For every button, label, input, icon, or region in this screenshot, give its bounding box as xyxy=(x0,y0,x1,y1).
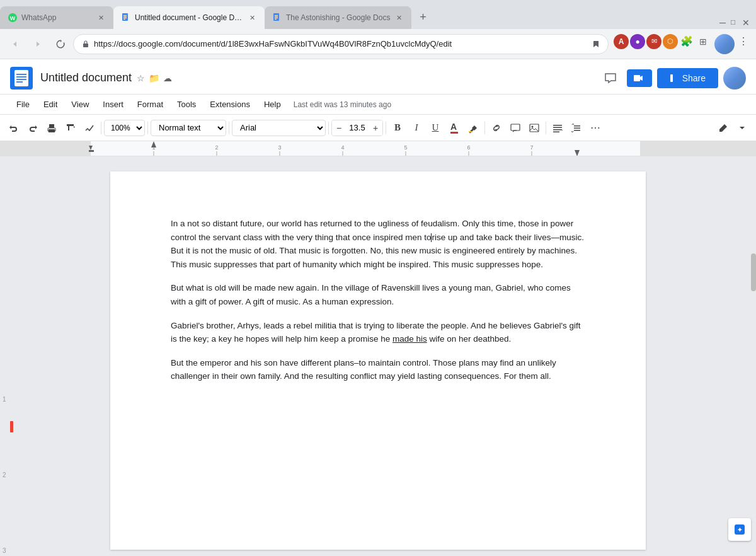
font-size-input[interactable] xyxy=(346,120,369,136)
style-select[interactable]: Normal text Heading 1 Heading 2 Heading … xyxy=(151,120,226,136)
ai-assist-button[interactable]: ✦ xyxy=(728,518,751,541)
underline-button[interactable]: U xyxy=(427,119,444,137)
docs-header: Untitled document ☆ 📁 ☁ xyxy=(0,59,756,95)
paragraph-3[interactable]: Gabriel's brother, Arhys, leads a rebel … xyxy=(171,319,585,346)
svg-rect-28 xyxy=(553,129,562,130)
ext-icon-3[interactable]: ✉ xyxy=(646,34,662,49)
window-minimize[interactable]: ─ xyxy=(719,18,728,26)
menu-tools[interactable]: Tools xyxy=(171,97,202,112)
svg-text:W: W xyxy=(10,15,16,21)
undo-button[interactable] xyxy=(5,119,23,137)
tab-doc-close[interactable]: ✕ xyxy=(247,13,257,23)
ext-grid-icon[interactable]: ⊞ xyxy=(696,34,711,49)
paragraph-1[interactable]: In a not so distant future, our world ha… xyxy=(171,217,585,271)
forward-button[interactable] xyxy=(28,34,48,54)
tab-whatsapp[interactable]: W WhatsApp ✕ xyxy=(0,6,113,29)
font-select[interactable]: Arial Times New Roman Courier New xyxy=(232,120,326,136)
redo-button[interactable] xyxy=(24,119,42,137)
ruler: 1 2 3 4 5 6 7 xyxy=(0,141,756,156)
image-button[interactable] xyxy=(525,119,543,137)
ext-puzzle-icon[interactable]: 🧩 xyxy=(679,34,694,49)
alignment-button[interactable] xyxy=(549,119,566,137)
margin-marker xyxy=(10,421,13,432)
svg-rect-32 xyxy=(574,130,580,131)
svg-rect-3 xyxy=(123,15,127,16)
menu-insert[interactable]: Insert xyxy=(96,97,130,112)
tab-astonishing-close[interactable]: ✕ xyxy=(394,13,404,23)
svg-rect-30 xyxy=(574,125,580,127)
menu-file[interactable]: File xyxy=(10,97,36,112)
svg-rect-52 xyxy=(89,150,94,152)
cloud-icon[interactable]: ☁ xyxy=(163,73,172,83)
back-button[interactable] xyxy=(5,34,25,54)
new-tab-button[interactable]: + xyxy=(414,8,432,26)
format-toolbar: 100% 75% 125% 150% Normal text Heading 1… xyxy=(0,115,756,141)
edit-mode-button[interactable] xyxy=(714,119,732,137)
line-spacing-button[interactable] xyxy=(568,119,585,137)
line-numbers: 1 2 3 4 5 xyxy=(0,156,15,556)
menu-help[interactable]: Help xyxy=(258,97,287,112)
spell-check-button[interactable] xyxy=(81,119,98,137)
address-bar[interactable]: https://docs.google.com/document/d/1l8E3… xyxy=(73,34,609,54)
comment-button[interactable] xyxy=(507,119,524,137)
tab-whatsapp-title: WhatsApp xyxy=(21,13,92,22)
browser-menu[interactable]: ⋮ xyxy=(736,34,751,49)
svg-rect-22 xyxy=(469,131,472,132)
share-button[interactable]: Share xyxy=(657,68,718,88)
link-button[interactable] xyxy=(488,119,505,137)
doc-title-text[interactable]: Untitled document xyxy=(40,71,132,84)
profile-avatar[interactable] xyxy=(714,34,735,54)
ext-icon-2[interactable]: ● xyxy=(630,34,645,49)
text-color-button[interactable]: A xyxy=(445,119,463,137)
paragraph-3-underlined: made his xyxy=(392,334,427,344)
svg-rect-17 xyxy=(16,81,23,83)
window-maximize[interactable]: □ xyxy=(731,18,740,26)
font-size-decrease[interactable]: − xyxy=(332,120,346,136)
highlight-button[interactable] xyxy=(464,119,482,137)
toolbar-sep-4 xyxy=(328,122,329,134)
bookmark-icon[interactable] xyxy=(592,40,600,49)
svg-rect-13 xyxy=(14,70,28,86)
svg-rect-11 xyxy=(275,19,277,20)
paragraph-3-text-after: wife on her deathbed. xyxy=(427,334,512,344)
meet-button[interactable] xyxy=(627,69,652,87)
italic-button[interactable]: I xyxy=(408,119,425,137)
svg-text:7: 7 xyxy=(530,144,533,151)
font-size-increase[interactable]: + xyxy=(369,120,382,136)
tab-astonishing[interactable]: The Astonishing - Google Docs ✕ xyxy=(265,6,411,29)
ext-icon-4[interactable]: ⬡ xyxy=(663,34,678,49)
svg-point-25 xyxy=(532,125,534,127)
zoom-select[interactable]: 100% 75% 125% 150% xyxy=(104,120,145,136)
window-close[interactable]: ✕ xyxy=(742,18,751,26)
svg-rect-18 xyxy=(634,75,640,81)
tab-whatsapp-close[interactable]: ✕ xyxy=(96,13,106,23)
paint-format-button[interactable] xyxy=(62,119,79,137)
paragraph-4-text: But the emperor and his son have differe… xyxy=(171,358,556,381)
menu-edit[interactable]: Edit xyxy=(37,97,64,112)
more-options-button[interactable]: ⋯ xyxy=(587,119,604,137)
menu-bar: File Edit View Insert Format Tools Exten… xyxy=(0,95,756,115)
svg-text:✦: ✦ xyxy=(737,526,743,533)
bold-button[interactable]: B xyxy=(389,119,406,137)
paragraph-2[interactable]: But what is old will be made new again. … xyxy=(171,281,585,308)
paragraph-4[interactable]: But the emperor and his son have differe… xyxy=(171,356,585,383)
ext-icon-1[interactable]: A xyxy=(614,34,629,49)
tab-untitled-doc[interactable]: Untitled document - Google Doc... ✕ xyxy=(113,6,265,29)
menu-extensions[interactable]: Extensions xyxy=(203,97,256,112)
move-icon[interactable]: 📁 xyxy=(149,73,159,83)
toolbar-sep-3 xyxy=(229,122,229,134)
comments-button[interactable] xyxy=(599,67,622,90)
svg-rect-34 xyxy=(640,141,756,156)
scrollbar-thumb[interactable] xyxy=(751,253,756,291)
toolbar-sep-1 xyxy=(101,122,101,134)
docs-profile-avatar[interactable] xyxy=(723,67,746,90)
page-area[interactable]: 1 2 3 4 5 In a not so distant future, ou… xyxy=(0,156,756,556)
document-content[interactable]: In a not so distant future, our world ha… xyxy=(171,217,585,383)
reload-button[interactable] xyxy=(50,34,71,54)
print-button[interactable] xyxy=(43,119,60,137)
menu-view[interactable]: View xyxy=(65,97,95,112)
star-icon[interactable]: ☆ xyxy=(137,73,145,83)
menu-format[interactable]: Format xyxy=(131,97,169,112)
svg-rect-19 xyxy=(670,74,673,82)
collapse-toolbar-button[interactable] xyxy=(733,119,751,137)
